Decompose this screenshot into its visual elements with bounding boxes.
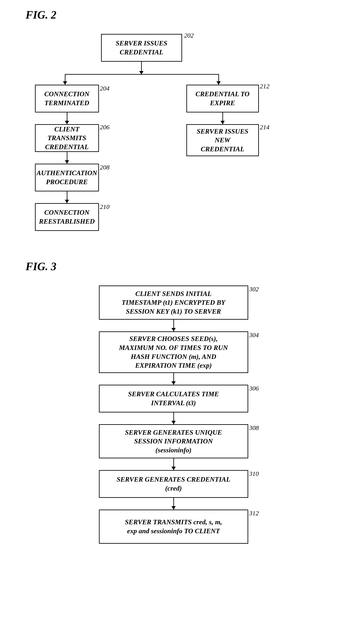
label-204: 204 xyxy=(100,85,110,92)
arrow-306-308 xyxy=(173,412,174,424)
label-306: 306 xyxy=(249,385,259,392)
label-206: 206 xyxy=(100,124,110,131)
arrow-202-split xyxy=(141,62,142,74)
arrow-208-210 xyxy=(67,191,67,203)
box-304: SERVER CHOOSES SEED(s),MAXIMUM NO. OF TI… xyxy=(99,331,248,373)
box-202: SERVER ISSUESCREDENTIAL xyxy=(101,34,182,62)
arrow-split-204 xyxy=(65,74,65,85)
label-304: 304 xyxy=(249,331,259,339)
figure-2: FIG. 2 SERVER ISSUESCREDENTIAL 202 CONNE… xyxy=(13,8,351,243)
fig3-title: FIG. 3 xyxy=(26,260,351,273)
label-212: 212 xyxy=(260,83,270,90)
figure-3: FIG. 3 CLIENT SENDS INITIALTIMESTAMP (t1… xyxy=(13,260,351,625)
box-208: AUTHENTICATIONPROCEDURE xyxy=(35,164,99,191)
arrow-204-206 xyxy=(67,112,67,124)
label-202: 202 xyxy=(184,32,194,39)
box-308: SERVER GENERATES UNIQUESESSION INFORMATI… xyxy=(99,424,248,458)
fig3-diagram: CLIENT SENDS INITIALTIMESTAMP (t1) ENCRY… xyxy=(86,281,278,625)
label-210: 210 xyxy=(100,203,110,210)
label-312: 312 xyxy=(249,510,259,517)
arrow-h-split xyxy=(65,74,218,75)
box-306: SERVER CALCULATES TIMEINTERVAL (t3) xyxy=(99,385,248,412)
arrow-310-312 xyxy=(173,498,174,510)
box-302: CLIENT SENDS INITIALTIMESTAMP (t1) ENCRY… xyxy=(99,285,248,320)
box-206: CLIENT TRANSMITSCREDENTIAL xyxy=(35,124,99,152)
box-310: SERVER GENERATES CREDENTIAL(cred) xyxy=(99,470,248,498)
label-208: 208 xyxy=(100,164,110,171)
label-310: 310 xyxy=(249,470,259,477)
arrow-206-208 xyxy=(67,152,67,164)
label-214: 214 xyxy=(260,124,270,131)
arrow-212-214 xyxy=(223,112,223,124)
box-212: CREDENTIAL TOEXPIRE xyxy=(186,85,259,112)
arrow-304-306 xyxy=(173,373,174,385)
fig2-diagram: SERVER ISSUESCREDENTIAL 202 CONNECTIONTE… xyxy=(22,30,342,243)
label-302: 302 xyxy=(249,285,259,293)
arrow-302-304 xyxy=(173,320,174,331)
arrow-split-212 xyxy=(218,74,219,85)
fig2-title: FIG. 2 xyxy=(26,8,351,21)
box-204: CONNECTIONTERMINATED xyxy=(35,85,99,112)
arrow-308-310 xyxy=(173,458,174,470)
box-312: SERVER TRANSMITS cred, s, m,exp and sess… xyxy=(99,510,248,544)
box-210: CONNECTIONREESTABLISHED xyxy=(35,203,99,231)
label-308: 308 xyxy=(249,424,259,432)
box-214: SERVER ISSUES NEWCREDENTIAL xyxy=(186,124,259,156)
